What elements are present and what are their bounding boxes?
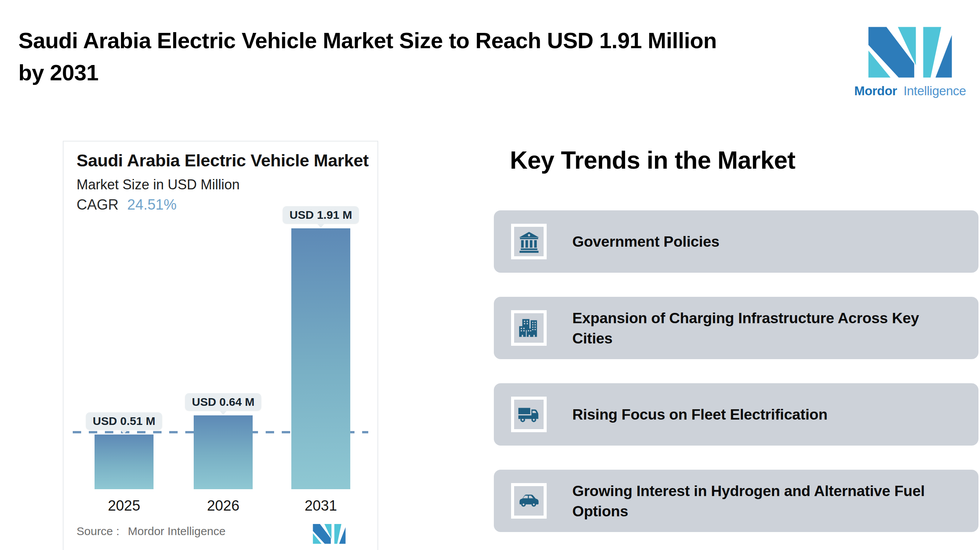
value-pill-tail	[317, 223, 325, 228]
city-buildings-icon	[517, 316, 541, 340]
truck-icon	[517, 403, 541, 426]
source-label: Source :	[77, 525, 119, 537]
value-pill-2031: USD 1.91 M	[283, 206, 359, 224]
bar-2026	[194, 415, 253, 489]
trend-card-charging-infrastructure: Expansion of Charging Infrastructure Acr…	[494, 297, 978, 359]
chart-card: Saudi Arabia Electric Vehicle Market Mar…	[63, 141, 378, 550]
trend-icon-box	[511, 397, 547, 432]
bar-2025	[95, 434, 154, 489]
source-line: Source : Mordor Intelligence	[77, 525, 225, 538]
bar-2031	[291, 228, 350, 489]
trend-label: Rising Focus on Fleet Electrification	[572, 404, 828, 425]
brand-logo-text: Mordor Intelligence	[844, 84, 976, 98]
brand-name-bold: Mordor	[854, 84, 897, 98]
car-icon	[517, 489, 541, 513]
bar-chart-plot-area: USD 0.51 M2025USD 0.64 M2026USD 1.91 M20…	[64, 142, 377, 550]
year-label-2025: 2025	[108, 498, 140, 514]
trend-card-government-policies: Government Policies	[494, 210, 978, 273]
value-pill-tail	[120, 429, 128, 434]
brand-name-light: Intelligence	[903, 84, 966, 98]
trend-card-fleet-electrification: Rising Focus on Fleet Electrification	[494, 383, 978, 446]
page-title: Saudi Arabia Electric Vehicle Market Siz…	[18, 24, 845, 89]
chart-mini-logo-icon	[312, 523, 347, 544]
trend-icon-box	[511, 310, 547, 346]
trend-label: Expansion of Charging Infrastructure Acr…	[572, 308, 955, 348]
bank-icon	[517, 230, 541, 254]
brand-logo: Mordor Intelligence	[844, 24, 976, 108]
page-title-line1: Saudi Arabia Electric Vehicle Market Siz…	[18, 28, 717, 53]
value-pill-tail	[219, 410, 227, 415]
mordor-intelligence-mark-icon	[865, 25, 955, 78]
trend-label: Growing Interest in Hydrogen and Alterna…	[572, 481, 955, 521]
infographic-canvas: Saudi Arabia Electric Vehicle Market Siz…	[0, 0, 980, 550]
value-pill-2025: USD 0.51 M	[86, 412, 162, 430]
year-label-2026: 2026	[207, 498, 240, 514]
trend-label: Government Policies	[572, 231, 719, 252]
trend-icon-box	[511, 483, 547, 519]
value-pill-2026: USD 0.64 M	[185, 393, 261, 411]
trend-card-hydrogen-alternative-fuel: Growing Interest in Hydrogen and Alterna…	[494, 470, 978, 532]
year-label-2031: 2031	[305, 498, 337, 514]
page-title-line2: by 2031	[18, 60, 98, 85]
trend-icon-box	[511, 224, 547, 259]
source-value: Mordor Intelligence	[128, 525, 225, 537]
key-trends-heading: Key Trends in the Market	[510, 146, 795, 174]
